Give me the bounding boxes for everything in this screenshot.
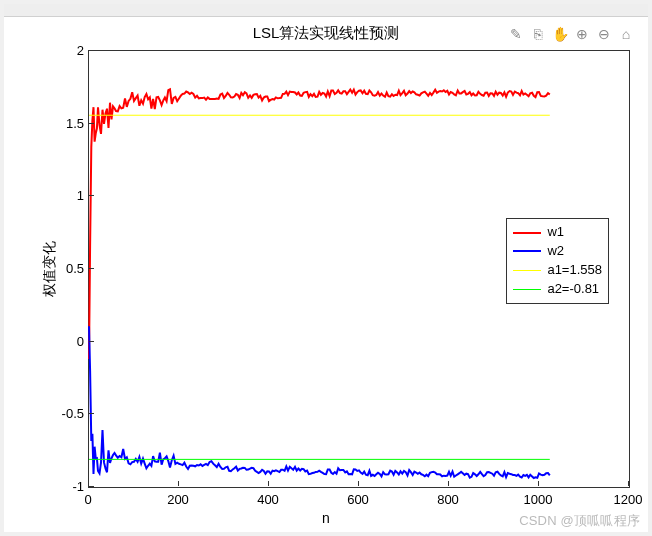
legend-entry[interactable]: a2=-0.81 <box>513 280 602 299</box>
legend-swatch <box>513 232 541 234</box>
x-tick-label: 0 <box>84 492 91 507</box>
legend-label: a2=-0.81 <box>547 280 599 299</box>
legend-label: w2 <box>547 242 564 261</box>
legend-entry[interactable]: w2 <box>513 242 602 261</box>
axes-toolstrip: ✎ ⎘ ✋ ⊕ ⊖ ⌂ <box>508 26 634 42</box>
figure-toolbar <box>4 4 648 17</box>
legend-swatch <box>513 250 541 252</box>
legend-swatch <box>513 270 541 271</box>
legend[interactable]: w1w2a1=1.558a2=-0.81 <box>506 218 609 303</box>
y-tick-label: -1 <box>44 479 84 494</box>
x-axis-label: n <box>4 510 648 526</box>
y-tick-label: 1 <box>44 188 84 203</box>
brush-icon[interactable]: ✎ <box>508 26 524 42</box>
home-icon[interactable]: ⌂ <box>618 26 634 42</box>
y-tick-label: 0 <box>44 333 84 348</box>
x-tick-label: 800 <box>437 492 459 507</box>
legend-label: w1 <box>547 223 564 242</box>
pan-icon[interactable]: ✋ <box>552 26 568 42</box>
zoom-out-icon[interactable]: ⊖ <box>596 26 612 42</box>
x-tick-label: 1000 <box>524 492 553 507</box>
axes[interactable]: w1w2a1=1.558a2=-0.81 <box>88 50 630 488</box>
x-tick-label: 600 <box>347 492 369 507</box>
datatip-icon[interactable]: ⎘ <box>530 26 546 42</box>
figure-window: LSL算法实现线性预测 ✎ ⎘ ✋ ⊕ ⊖ ⌂ w1w2a1=1.558a2=-… <box>4 4 648 532</box>
series-w2 <box>89 326 550 478</box>
legend-entry[interactable]: w1 <box>513 223 602 242</box>
y-tick-label: 1.5 <box>44 115 84 130</box>
legend-swatch <box>513 289 541 290</box>
zoom-in-icon[interactable]: ⊕ <box>574 26 590 42</box>
series-w1 <box>89 89 550 359</box>
y-tick-label: 2 <box>44 43 84 58</box>
x-tick-label: 400 <box>257 492 279 507</box>
legend-label: a1=1.558 <box>547 261 602 280</box>
x-tick-label: 1200 <box>614 492 643 507</box>
legend-entry[interactable]: a1=1.558 <box>513 261 602 280</box>
y-tick-label: 0.5 <box>44 261 84 276</box>
x-tick-label: 200 <box>167 492 189 507</box>
y-tick-label: -0.5 <box>44 406 84 421</box>
